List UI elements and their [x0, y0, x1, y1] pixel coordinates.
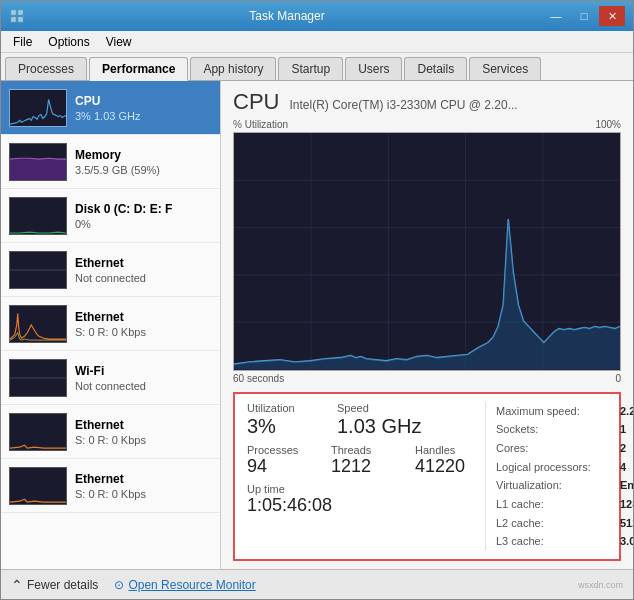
ethernet3-item-info: Ethernet S: 0 R: 0 Kbps [75, 418, 212, 446]
cores-key: Cores: [496, 439, 616, 458]
ethernet4-item-info: Ethernet S: 0 R: 0 Kbps [75, 472, 212, 500]
tab-processes[interactable]: Processes [5, 57, 87, 80]
memory-item-name: Memory [75, 148, 212, 162]
ethernet4-mini-graph [9, 467, 67, 505]
cpu-item-info: CPU 3% 1.03 GHz [75, 94, 212, 122]
cpu-item-name: CPU [75, 94, 212, 108]
l1-val: 128 KB [620, 495, 633, 514]
sidebar-item-ethernet2[interactable]: Ethernet S: 0 R: 0 Kbps [1, 297, 220, 351]
memory-mini-graph [9, 143, 67, 181]
stats-box: Utilization 3% Speed 1.03 GHz Processes … [233, 392, 621, 562]
fewer-details-button[interactable]: ⌃ Fewer details [11, 577, 98, 593]
processes-value: 94 [247, 456, 317, 478]
open-resource-monitor-link[interactable]: ⊙ Open Resource Monitor [114, 578, 255, 592]
wifi-item-name: Wi-Fi [75, 364, 212, 378]
svg-rect-2 [11, 17, 16, 22]
speed-label: Speed [337, 402, 421, 414]
tab-startup[interactable]: Startup [278, 57, 343, 80]
title-bar: Task Manager — □ ✕ [1, 1, 633, 31]
info-row-maxspeed: Maximum speed: 2.20 ... [496, 402, 633, 421]
memory-item-value: 3.5/5.9 GB (59%) [75, 164, 212, 176]
max-speed-key: Maximum speed: [496, 402, 616, 421]
ethernet4-item-name: Ethernet [75, 472, 212, 486]
ethernet2-mini-graph [9, 305, 67, 343]
cores-val: 2 [620, 439, 626, 458]
cpu-item-value: 3% 1.03 GHz [75, 110, 212, 122]
handles-label: Handles [415, 444, 485, 456]
svg-rect-0 [11, 10, 16, 15]
close-button[interactable]: ✕ [599, 6, 625, 26]
sidebar-item-ethernet3[interactable]: Ethernet S: 0 R: 0 Kbps [1, 405, 220, 459]
sidebar-item-wifi[interactable]: Wi-Fi Not connected [1, 351, 220, 405]
cpu-panel: CPU Intel(R) Core(TM) i3-2330M CPU @ 2.2… [221, 81, 633, 569]
info-row-sockets: Sockets: 1 [496, 420, 633, 439]
ethernet3-item-name: Ethernet [75, 418, 212, 432]
ethernet1-item-info: Ethernet Not connected [75, 256, 212, 284]
l2-key: L2 cache: [496, 514, 616, 533]
menu-file[interactable]: File [5, 33, 40, 51]
ethernet4-item-value: S: 0 R: 0 Kbps [75, 488, 212, 500]
l3-key: L3 cache: [496, 532, 616, 551]
cpu-panel-title: CPU [233, 89, 279, 115]
processes-label: Processes [247, 444, 317, 456]
menu-options[interactable]: Options [40, 33, 97, 51]
cpu-info-table: Maximum speed: 2.20 ... Sockets: 1 Cores… [496, 402, 633, 552]
svg-rect-6 [10, 159, 66, 180]
minimize-button[interactable]: — [543, 6, 569, 26]
threads-stat: Threads 1212 [331, 444, 401, 478]
speed-value: 1.03 GHz [337, 414, 421, 438]
tab-details[interactable]: Details [404, 57, 467, 80]
ethernet2-item-value: S: 0 R: 0 Kbps [75, 326, 212, 338]
svg-rect-7 [10, 198, 66, 234]
utilization-stat: Utilization 3% [247, 402, 317, 438]
open-resource-monitor-label: Open Resource Monitor [128, 578, 255, 592]
tab-performance[interactable]: Performance [89, 57, 188, 81]
main-content: CPU 3% 1.03 GHz Memory 3.5/5.9 GB (59%) [1, 81, 633, 569]
info-row-virt: Virtualization: Enabl... [496, 476, 633, 495]
handles-stat: Handles 41220 [415, 444, 485, 478]
ethernet1-item-value: Not connected [75, 272, 212, 284]
ethernet3-mini-graph [9, 413, 67, 451]
svg-rect-14 [10, 468, 66, 504]
window-title: Task Manager [31, 9, 543, 23]
tab-services[interactable]: Services [469, 57, 541, 80]
cpu-mini-graph [9, 89, 67, 127]
svg-rect-1 [18, 10, 23, 15]
sidebar-item-memory[interactable]: Memory 3.5/5.9 GB (59%) [1, 135, 220, 189]
sidebar-item-ethernet4[interactable]: Ethernet S: 0 R: 0 Kbps [1, 459, 220, 513]
tab-app-history[interactable]: App history [190, 57, 276, 80]
task-manager-window: Task Manager — □ ✕ File Options View Pro… [0, 0, 634, 600]
info-row-cores: Cores: 2 [496, 439, 633, 458]
speed-stat: Speed 1.03 GHz [337, 402, 421, 438]
uptime-label: Up time [247, 483, 485, 495]
disk0-item-name: Disk 0 (C: D: E: F [75, 202, 212, 216]
virt-val: Enabl... [620, 476, 633, 495]
sidebar: CPU 3% 1.03 GHz Memory 3.5/5.9 GB (59%) [1, 81, 221, 569]
ethernet2-item-info: Ethernet S: 0 R: 0 Kbps [75, 310, 212, 338]
tab-users[interactable]: Users [345, 57, 402, 80]
memory-item-info: Memory 3.5/5.9 GB (59%) [75, 148, 212, 176]
maximize-button[interactable]: □ [571, 6, 597, 26]
sidebar-item-disk0[interactable]: Disk 0 (C: D: E: F 0% [1, 189, 220, 243]
virt-key: Virtualization: [496, 476, 616, 495]
window-controls: — □ ✕ [543, 6, 625, 26]
menu-view[interactable]: View [98, 33, 140, 51]
sidebar-item-cpu[interactable]: CPU 3% 1.03 GHz [1, 81, 220, 135]
app-icon [9, 8, 25, 24]
info-row-l3: L3 cache: 3.0 MB [496, 532, 633, 551]
wifi-item-value: Not connected [75, 380, 212, 392]
ethernet1-mini-graph [9, 251, 67, 289]
max-speed-val: 2.20 ... [620, 402, 633, 421]
ethernet2-item-name: Ethernet [75, 310, 212, 324]
resource-monitor-icon: ⊙ [114, 578, 124, 592]
threads-label: Threads [331, 444, 401, 456]
graph-labels-top: % Utilization 100% [233, 119, 621, 130]
info-row-logical: Logical processors: 4 [496, 458, 633, 477]
sidebar-item-ethernet1[interactable]: Ethernet Not connected [1, 243, 220, 297]
graph-labels-bottom: 60 seconds 0 [233, 373, 621, 384]
disk0-item-value: 0% [75, 218, 212, 230]
wifi-mini-graph [9, 359, 67, 397]
chevron-up-icon: ⌃ [11, 577, 23, 593]
ethernet1-item-name: Ethernet [75, 256, 212, 270]
bottom-bar: ⌃ Fewer details ⊙ Open Resource Monitor … [1, 569, 633, 599]
